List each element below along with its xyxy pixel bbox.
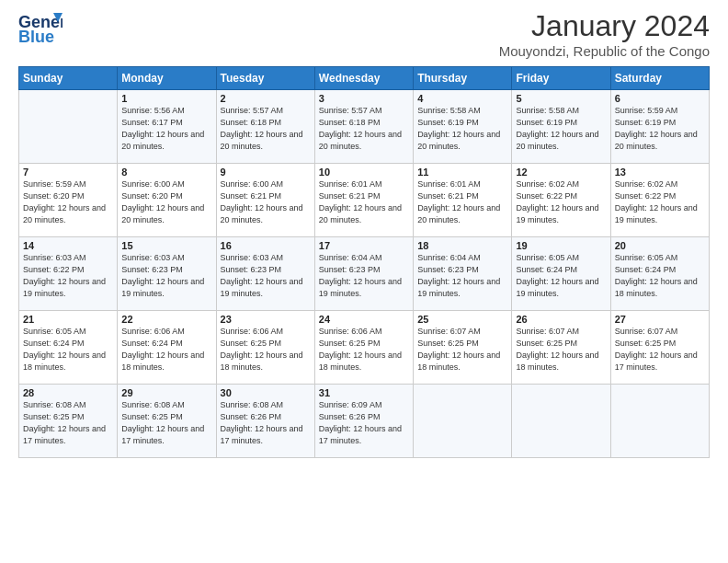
sunrise-text: Sunrise: 5:59 AM xyxy=(23,178,113,190)
daylight-text: Daylight: 12 hours and 19 minutes. xyxy=(417,276,507,299)
header-row: SundayMondayTuesdayWednesdayThursdayFrid… xyxy=(19,67,710,90)
sunrise-text: Sunrise: 6:06 AM xyxy=(319,326,409,338)
logo-icon: General Blue xyxy=(18,9,63,44)
day-number: 8 xyxy=(121,167,211,178)
sunset-text: Sunset: 6:22 PM xyxy=(516,190,606,202)
sunset-text: Sunset: 6:23 PM xyxy=(121,264,211,276)
day-cell: 9Sunrise: 6:00 AMSunset: 6:21 PMDaylight… xyxy=(216,164,314,237)
day-info: Sunrise: 6:05 AMSunset: 6:24 PMDaylight:… xyxy=(23,326,113,373)
day-info: Sunrise: 6:02 AMSunset: 6:22 PMDaylight:… xyxy=(516,178,606,225)
sunrise-text: Sunrise: 6:06 AM xyxy=(121,326,211,338)
day-number: 25 xyxy=(417,314,507,325)
day-number: 18 xyxy=(417,240,507,251)
day-info: Sunrise: 6:08 AMSunset: 6:25 PMDaylight:… xyxy=(121,399,211,446)
daylight-text: Daylight: 12 hours and 19 minutes. xyxy=(221,276,311,299)
day-cell: 15Sunrise: 6:03 AMSunset: 6:23 PMDayligh… xyxy=(118,237,216,311)
day-cell xyxy=(19,90,118,164)
day-info: Sunrise: 6:06 AMSunset: 6:24 PMDaylight:… xyxy=(121,326,211,373)
sunrise-text: Sunrise: 6:03 AM xyxy=(121,252,211,264)
day-info: Sunrise: 6:03 AMSunset: 6:23 PMDaylight:… xyxy=(221,252,311,299)
day-info: Sunrise: 5:59 AMSunset: 6:20 PMDaylight:… xyxy=(23,178,113,225)
daylight-text: Daylight: 12 hours and 20 minutes. xyxy=(417,129,507,152)
daylight-text: Daylight: 12 hours and 19 minutes. xyxy=(23,276,113,299)
sunset-text: Sunset: 6:22 PM xyxy=(615,190,705,202)
day-info: Sunrise: 6:04 AMSunset: 6:23 PMDaylight:… xyxy=(417,252,507,299)
day-cell: 19Sunrise: 6:05 AMSunset: 6:24 PMDayligh… xyxy=(512,237,610,311)
sunset-text: Sunset: 6:25 PM xyxy=(121,411,211,423)
page: General Blue January 2024 Mouyondzi, Rep… xyxy=(0,0,728,563)
daylight-text: Daylight: 12 hours and 20 minutes. xyxy=(121,129,211,152)
col-header-wednesday: Wednesday xyxy=(314,67,413,90)
day-number: 19 xyxy=(516,240,606,251)
daylight-text: Daylight: 12 hours and 17 minutes. xyxy=(319,423,409,446)
day-cell: 28Sunrise: 6:08 AMSunset: 6:25 PMDayligh… xyxy=(19,385,118,458)
daylight-text: Daylight: 12 hours and 20 minutes. xyxy=(121,202,211,225)
day-number: 1 xyxy=(121,93,211,104)
sunrise-text: Sunrise: 6:07 AM xyxy=(615,326,705,338)
week-row-2: 7Sunrise: 5:59 AMSunset: 6:20 PMDaylight… xyxy=(19,164,710,237)
day-number: 11 xyxy=(417,167,507,178)
col-header-sunday: Sunday xyxy=(19,67,118,90)
day-number: 23 xyxy=(221,314,311,325)
day-info: Sunrise: 6:01 AMSunset: 6:21 PMDaylight:… xyxy=(417,178,507,225)
day-number: 27 xyxy=(615,314,705,325)
sunset-text: Sunset: 6:22 PM xyxy=(23,264,113,276)
week-row-3: 14Sunrise: 6:03 AMSunset: 6:22 PMDayligh… xyxy=(19,237,710,311)
day-info: Sunrise: 6:00 AMSunset: 6:20 PMDaylight:… xyxy=(121,178,211,225)
sunrise-text: Sunrise: 6:01 AM xyxy=(417,178,507,190)
sunset-text: Sunset: 6:21 PM xyxy=(319,190,409,202)
day-number: 20 xyxy=(615,240,705,251)
day-info: Sunrise: 6:02 AMSunset: 6:22 PMDaylight:… xyxy=(615,178,705,225)
sunset-text: Sunset: 6:25 PM xyxy=(417,338,507,350)
day-cell: 26Sunrise: 6:07 AMSunset: 6:25 PMDayligh… xyxy=(512,311,610,385)
day-cell: 23Sunrise: 6:06 AMSunset: 6:25 PMDayligh… xyxy=(216,311,314,385)
col-header-thursday: Thursday xyxy=(414,67,512,90)
week-row-5: 28Sunrise: 6:08 AMSunset: 6:25 PMDayligh… xyxy=(19,385,710,458)
day-cell xyxy=(512,385,610,458)
sunrise-text: Sunrise: 6:03 AM xyxy=(23,252,113,264)
day-number: 30 xyxy=(221,387,311,398)
day-cell: 4Sunrise: 5:58 AMSunset: 6:19 PMDaylight… xyxy=(414,90,512,164)
sunset-text: Sunset: 6:26 PM xyxy=(319,411,409,423)
sunset-text: Sunset: 6:25 PM xyxy=(23,411,113,423)
daylight-text: Daylight: 12 hours and 19 minutes. xyxy=(319,276,409,299)
day-cell: 5Sunrise: 5:58 AMSunset: 6:19 PMDaylight… xyxy=(512,90,610,164)
week-row-4: 21Sunrise: 6:05 AMSunset: 6:24 PMDayligh… xyxy=(19,311,710,385)
sunrise-text: Sunrise: 5:59 AM xyxy=(615,105,705,117)
day-number: 13 xyxy=(615,167,705,178)
sunset-text: Sunset: 6:20 PM xyxy=(23,190,113,202)
sunrise-text: Sunrise: 6:09 AM xyxy=(319,399,409,411)
day-cell: 8Sunrise: 6:00 AMSunset: 6:20 PMDaylight… xyxy=(118,164,216,237)
sunset-text: Sunset: 6:24 PM xyxy=(23,338,113,350)
day-number: 5 xyxy=(516,93,606,104)
sunrise-text: Sunrise: 5:58 AM xyxy=(417,105,507,117)
sunset-text: Sunset: 6:21 PM xyxy=(221,190,311,202)
sunrise-text: Sunrise: 6:00 AM xyxy=(121,178,211,190)
sunset-text: Sunset: 6:19 PM xyxy=(615,117,705,129)
day-cell: 16Sunrise: 6:03 AMSunset: 6:23 PMDayligh… xyxy=(216,237,314,311)
day-info: Sunrise: 6:05 AMSunset: 6:24 PMDaylight:… xyxy=(615,252,705,299)
daylight-text: Daylight: 12 hours and 20 minutes. xyxy=(516,129,606,152)
day-number: 9 xyxy=(221,167,311,178)
main-title: January 2024 xyxy=(499,9,710,43)
day-number: 17 xyxy=(319,240,409,251)
col-header-friday: Friday xyxy=(512,67,610,90)
sunrise-text: Sunrise: 5:57 AM xyxy=(319,105,409,117)
sunrise-text: Sunrise: 6:05 AM xyxy=(615,252,705,264)
day-cell xyxy=(414,385,512,458)
calendar-table: SundayMondayTuesdayWednesdayThursdayFrid… xyxy=(18,66,710,458)
day-cell: 11Sunrise: 6:01 AMSunset: 6:21 PMDayligh… xyxy=(414,164,512,237)
day-info: Sunrise: 5:56 AMSunset: 6:17 PMDaylight:… xyxy=(121,105,211,152)
sunset-text: Sunset: 6:18 PM xyxy=(319,117,409,129)
daylight-text: Daylight: 12 hours and 18 minutes. xyxy=(221,350,311,373)
day-number: 21 xyxy=(23,314,113,325)
day-cell: 31Sunrise: 6:09 AMSunset: 6:26 PMDayligh… xyxy=(314,385,413,458)
day-info: Sunrise: 6:01 AMSunset: 6:21 PMDaylight:… xyxy=(319,178,409,225)
day-info: Sunrise: 5:57 AMSunset: 6:18 PMDaylight:… xyxy=(319,105,409,152)
sunrise-text: Sunrise: 6:01 AM xyxy=(319,178,409,190)
sunset-text: Sunset: 6:21 PM xyxy=(417,190,507,202)
sunset-text: Sunset: 6:20 PM xyxy=(121,190,211,202)
week-row-1: 1Sunrise: 5:56 AMSunset: 6:17 PMDaylight… xyxy=(19,90,710,164)
sunset-text: Sunset: 6:19 PM xyxy=(516,117,606,129)
day-cell: 6Sunrise: 5:59 AMSunset: 6:19 PMDaylight… xyxy=(610,90,709,164)
